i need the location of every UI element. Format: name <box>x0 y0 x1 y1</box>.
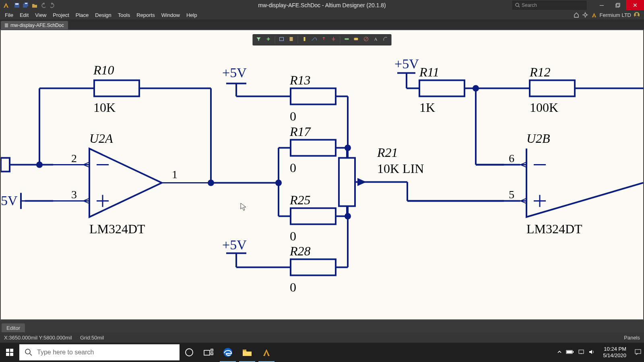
svg-text:U2B: U2B <box>526 131 550 146</box>
action-center-icon[interactable] <box>634 348 642 357</box>
svg-text:+5V: +5V <box>222 237 247 252</box>
redo-icon[interactable] <box>48 1 56 9</box>
svg-point-5 <box>516 3 519 6</box>
tray-volume-icon[interactable] <box>588 349 595 356</box>
schematic-sheet[interactable]: ✚ A U2 <box>1 30 643 319</box>
svg-text:R21: R21 <box>377 145 398 160</box>
svg-rect-125 <box>10 349 13 352</box>
global-search-placeholder: Search <box>522 2 537 8</box>
svg-rect-71 <box>291 208 336 224</box>
tray-chevron-up-icon[interactable] <box>557 350 562 356</box>
svg-rect-62 <box>291 140 336 156</box>
document-tab[interactable]: mw-display-AFE.SchDoc <box>1 21 68 30</box>
editor-tab-bar: Editor <box>0 322 644 332</box>
svg-rect-4 <box>25 3 27 4</box>
component-U2B[interactable]: U2B LM324DT <box>526 131 643 236</box>
svg-point-130 <box>186 349 193 356</box>
editor-tab-label: Editor <box>6 325 20 331</box>
panels-button[interactable]: Panels <box>624 335 640 341</box>
svg-point-9 <box>584 14 586 16</box>
cortana-icon[interactable] <box>180 343 199 362</box>
menu-window[interactable]: Window <box>158 11 183 19</box>
menu-help[interactable]: Help <box>183 11 200 19</box>
svg-text:0: 0 <box>290 229 296 243</box>
menu-place[interactable]: Place <box>72 11 92 19</box>
global-search-input[interactable]: Search <box>512 1 586 10</box>
svg-rect-124 <box>6 349 9 352</box>
taskbar-app-explorer[interactable] <box>237 343 257 362</box>
taskbar-clock[interactable]: 10:24 PM 5/14/2020 <box>599 346 630 358</box>
svg-text:3: 3 <box>71 188 77 201</box>
start-button[interactable] <box>0 343 19 362</box>
save-all-icon[interactable] <box>22 1 30 9</box>
menu-bar: File Edit View Project Place Design Tool… <box>0 10 644 20</box>
home-icon[interactable] <box>573 12 580 18</box>
svg-text:10K LIN: 10K LIN <box>377 161 424 176</box>
menu-edit[interactable]: Edit <box>17 11 32 19</box>
svg-text:R12: R12 <box>529 65 551 79</box>
svg-rect-126 <box>6 353 9 356</box>
schematic-file-icon <box>5 23 8 27</box>
menu-tools[interactable]: Tools <box>115 11 133 19</box>
taskbar-app-altium[interactable] <box>257 343 276 362</box>
save-icon[interactable] <box>13 1 21 9</box>
editor-tab[interactable]: Editor <box>2 323 25 332</box>
app-logo <box>2 1 10 10</box>
svg-text:6: 6 <box>509 152 514 165</box>
open-icon[interactable] <box>31 1 39 9</box>
component-R21[interactable]: R21 10K LIN <box>339 145 424 216</box>
user-avatar-icon[interactable] <box>634 12 640 18</box>
svg-text:2: 2 <box>71 152 77 165</box>
svg-rect-133 <box>211 353 213 355</box>
task-view-icon[interactable] <box>199 343 218 362</box>
svg-text:U2A: U2A <box>89 131 113 146</box>
svg-rect-141 <box>635 350 641 354</box>
taskbar-search-input[interactable]: Type here to search <box>19 344 180 360</box>
svg-line-6 <box>518 6 520 7</box>
gear-icon[interactable] <box>582 12 588 18</box>
svg-text:5V: 5V <box>1 193 18 208</box>
menu-design[interactable]: Design <box>92 11 114 19</box>
svg-rect-132 <box>211 349 213 351</box>
document-tab-strip: mw-display-AFE.SchDoc <box>0 20 644 30</box>
status-coordinates: X:3650.000mil Y:5800.000mil <box>4 335 72 341</box>
quick-access-toolbar <box>13 1 56 9</box>
svg-text:0: 0 <box>290 280 296 294</box>
undo-icon[interactable] <box>39 1 47 9</box>
component-U2A[interactable]: U2A LM324DT <box>89 131 162 236</box>
tray-network-icon[interactable] <box>578 349 584 356</box>
menu-reports[interactable]: Reports <box>133 11 158 19</box>
tray-battery-icon[interactable] <box>566 350 574 356</box>
svg-rect-57 <box>291 88 336 105</box>
schematic-diagram: U2A LM324DT 2 3 1 R10 10K <box>1 30 643 319</box>
svg-rect-43 <box>94 80 139 97</box>
svg-rect-106 <box>530 80 575 97</box>
menu-file[interactable]: File <box>2 11 17 19</box>
svg-text:+5V: +5V <box>222 65 247 80</box>
svg-text:+5V: +5V <box>394 56 419 71</box>
svg-text:1: 1 <box>172 168 178 181</box>
windows-taskbar: Type here to search 10:24 PM 5/14/2020 <box>0 343 644 362</box>
svg-line-129 <box>30 354 32 356</box>
system-tray: 10:24 PM 5/14/2020 <box>557 346 644 358</box>
svg-text:R10: R10 <box>93 63 114 77</box>
svg-rect-139 <box>579 350 584 354</box>
status-bar: X:3650.000mil Y:5800.000mil Grid:50mil P… <box>0 332 644 343</box>
svg-text:R25: R25 <box>289 193 311 207</box>
taskbar-app-edge[interactable] <box>218 343 237 362</box>
schematic-canvas[interactable]: ✚ A U2 <box>0 29 644 320</box>
menu-view[interactable]: View <box>32 11 50 19</box>
altium-logo-icon[interactable] <box>591 12 597 18</box>
document-tab-label: mw-display-AFE.SchDoc <box>10 23 64 28</box>
close-button[interactable]: ✕ <box>626 0 644 10</box>
status-grid: Grid:50mil <box>80 335 104 341</box>
svg-rect-135 <box>243 350 246 351</box>
taskbar-search-placeholder: Type here to search <box>37 349 94 356</box>
minimize-button[interactable]: ─ <box>594 0 610 10</box>
svg-text:10K: 10K <box>93 100 116 115</box>
svg-rect-131 <box>204 350 210 355</box>
svg-rect-1 <box>15 3 19 5</box>
svg-text:0: 0 <box>290 160 296 175</box>
restore-button[interactable] <box>610 0 626 10</box>
menu-project[interactable]: Project <box>50 11 72 19</box>
